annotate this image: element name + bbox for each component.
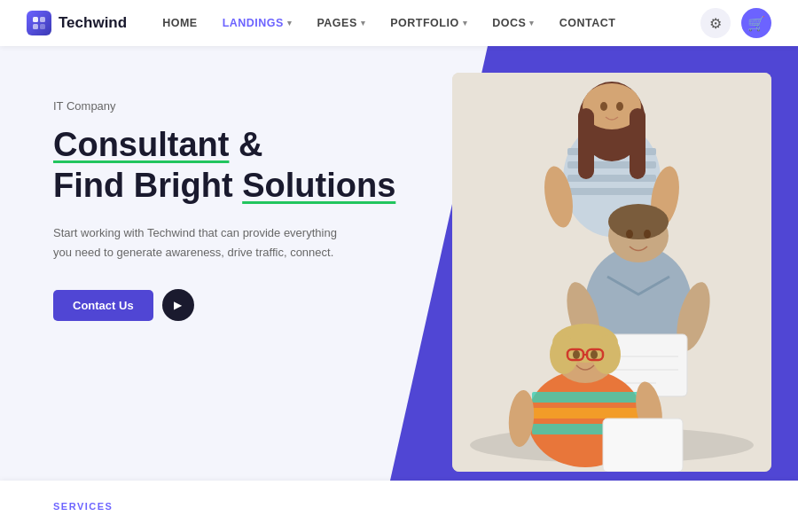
svg-point-26 (608, 204, 669, 239)
chevron-icon: ▾ (529, 19, 535, 27)
svg-point-27 (626, 230, 633, 239)
svg-rect-0 (33, 17, 38, 22)
svg-point-28 (644, 230, 651, 239)
play-icon: ▶ (174, 299, 182, 311)
hero-tagline: IT Company (53, 99, 426, 113)
heading-and: & (239, 126, 262, 163)
svg-rect-34 (532, 392, 638, 403)
svg-point-20 (616, 102, 623, 111)
svg-rect-2 (33, 24, 38, 29)
nav-links: HOME LANDINGS ▾ PAGES ▾ PORTFOLIO ▾ DOCS… (162, 17, 700, 29)
nav-portfolio[interactable]: PORTFOLIO ▾ (390, 17, 467, 29)
svg-rect-17 (578, 108, 594, 179)
navbar: Techwind HOME LANDINGS ▾ PAGES ▾ PORTFOL… (0, 0, 798, 46)
nav-pages[interactable]: PAGES ▾ (317, 17, 365, 29)
nav-contact[interactable]: CONTACT (559, 17, 616, 29)
nav-landings[interactable]: LANDINGS ▾ (223, 17, 293, 29)
brand-name: Techwind (59, 14, 127, 32)
cart-icon: 🛒 (747, 15, 765, 32)
svg-rect-3 (40, 24, 45, 29)
hero-buttons: Contact Us ▶ (53, 289, 426, 321)
bottom-bar: SERVICES (0, 481, 798, 532)
settings-button[interactable]: ⚙ (700, 8, 731, 38)
logo-svg (31, 15, 47, 31)
logo-icon (27, 11, 51, 35)
hero-photo (452, 73, 771, 472)
hero-section: IT Company Consultant & Find Bright Solu… (0, 46, 798, 481)
hero-heading: Consultant & Find Bright Solutions (53, 125, 426, 206)
heading-line2: Find Bright Solutions (53, 167, 395, 204)
nav-home[interactable]: HOME (162, 17, 198, 29)
heading-solutions: Solutions (242, 167, 395, 204)
chevron-icon: ▾ (287, 19, 293, 27)
svg-rect-18 (630, 108, 645, 179)
heading-consultant: Consultant (53, 126, 229, 163)
chevron-icon: ▾ (361, 19, 366, 27)
hero-description: Start working with Techwind that can pro… (53, 223, 355, 262)
play-button[interactable]: ▶ (162, 289, 194, 321)
people-image (452, 73, 771, 472)
svg-rect-50 (603, 419, 683, 472)
svg-point-19 (600, 102, 607, 111)
nav-icons: ⚙ 🛒 (700, 8, 771, 38)
chevron-icon: ▾ (463, 19, 468, 27)
heading-line1: Consultant & (53, 126, 262, 163)
gear-icon: ⚙ (709, 15, 722, 32)
svg-point-45 (573, 350, 580, 359)
people-svg (452, 73, 771, 472)
nav-docs[interactable]: DOCS ▾ (492, 17, 535, 29)
services-label: SERVICES (53, 501, 113, 512)
svg-rect-1 (40, 17, 45, 22)
contact-us-button[interactable]: Contact Us (53, 290, 153, 321)
svg-rect-35 (532, 408, 638, 419)
hero-content: IT Company Consultant & Find Bright Solu… (53, 99, 426, 321)
svg-rect-10 (567, 188, 656, 195)
svg-point-46 (591, 350, 598, 359)
logo[interactable]: Techwind (27, 11, 127, 35)
cart-button[interactable]: 🛒 (741, 8, 771, 38)
